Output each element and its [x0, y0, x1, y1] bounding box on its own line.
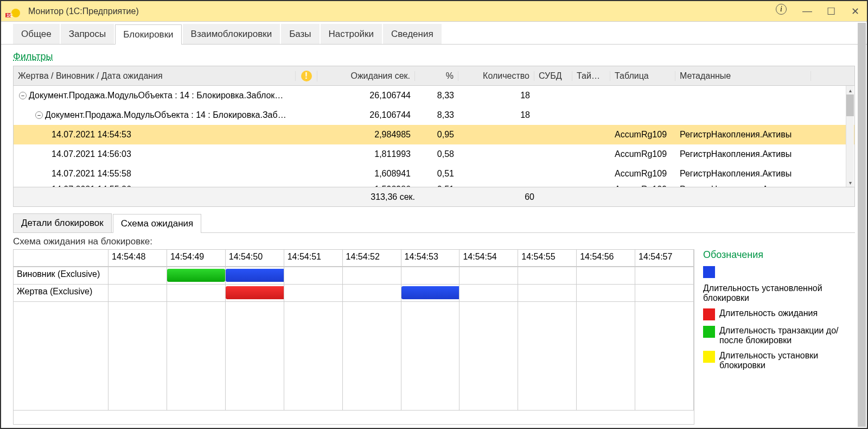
legend-label: Длительность транзакции до/после блокиро…	[719, 326, 855, 345]
table-footer: 313,36 сек. 60	[14, 187, 854, 206]
scroll-thumb[interactable]	[846, 94, 854, 116]
gantt-row: Жертва (Exclusive)	[14, 285, 694, 302]
minimize-button[interactable]: —	[800, 4, 815, 19]
table-row[interactable]: 14.07.2021 14:56:031,8119930,58AccumRg10…	[14, 144, 854, 164]
tab-базы[interactable]: Базы	[281, 24, 319, 44]
detail-tabbar: Детали блокировокСхема ожидания	[13, 213, 855, 233]
table-row[interactable]: 14.07.2021 14:54:532,9849850,95AccumRg10…	[14, 125, 854, 144]
scroll-up-icon[interactable]: ▴	[846, 86, 854, 94]
tab-настройки[interactable]: Настройки	[321, 24, 382, 44]
tree-toggle-icon[interactable]: −	[19, 92, 27, 99]
table-row[interactable]: 14.07.2021 14:55:261,5929860,51AccumRg10…	[14, 184, 854, 187]
col-timeout[interactable]: Тайм…	[572, 71, 610, 81]
legend-label: Длительность установки блокировки	[719, 351, 855, 370]
detail-tab[interactable]: Схема ожидания	[113, 214, 202, 233]
col-percent[interactable]: %	[415, 71, 458, 81]
gantt-time-header: 14:54:57	[635, 250, 694, 267]
table-header: Жертва / Виновник / Дата ожидания ! Ожид…	[14, 66, 854, 86]
gantt-bar-green	[167, 269, 225, 282]
gantt-time-header: 14:54:50	[226, 250, 284, 267]
col-warning-icon[interactable]: !	[296, 71, 317, 81]
close-button[interactable]: ✕	[847, 4, 863, 19]
col-dbms[interactable]: СУБД	[534, 71, 572, 81]
schema-title: Схема ожидания на блокировке:	[13, 236, 855, 247]
legend: Обозначения Длительность установленной б…	[703, 249, 855, 425]
tree-toggle-icon[interactable]: −	[35, 111, 43, 119]
gantt-time-header: 14:54:54	[459, 250, 518, 267]
legend-swatch	[703, 351, 715, 363]
gantt-bar-blue	[226, 269, 284, 282]
legend-title: Обозначения	[703, 249, 855, 261]
footer-wait-sec: 313,36 сек.	[317, 192, 415, 202]
wait-schema-gantt: 14:54:4814:54:4914:54:5014:54:5114:54:52…	[13, 249, 694, 425]
gantt-bar-blue	[401, 286, 460, 299]
gantt-time-header: 14:54:56	[577, 250, 635, 267]
gantt-time-header: 14:54:52	[343, 250, 401, 267]
gantt-row: Виновник (Exclusive)	[14, 267, 694, 285]
gantt-time-header: 14:54:53	[401, 250, 460, 267]
scroll-down-icon[interactable]: ▾	[846, 178, 854, 187]
legend-swatch	[703, 308, 715, 320]
window-title: Монитор (1С:Предприятие)	[28, 7, 776, 16]
col-count[interactable]: Количество	[458, 71, 534, 81]
table-row[interactable]: 14.07.2021 14:55:581,6089410,51AccumRg10…	[14, 164, 854, 184]
page-scrollbar[interactable]	[858, 23, 866, 427]
col-victim[interactable]: Жертва / Виновник / Дата ожидания	[14, 71, 296, 81]
table-scrollbar[interactable]: ▴ ▾	[846, 86, 854, 187]
gantt-time-header: 14:54:49	[167, 250, 226, 267]
tab-сведения[interactable]: Сведения	[383, 24, 442, 44]
gantt-row-label: Жертва (Exclusive)	[14, 285, 108, 302]
svg-text:1С: 1С	[7, 12, 13, 17]
info-icon[interactable]: i	[776, 4, 787, 15]
table-row[interactable]: −Документ.Продажа.МодульОбъекта : 14 : Б…	[14, 86, 854, 105]
tab-общее[interactable]: Общее	[13, 24, 60, 44]
gantt-row-label: Виновник (Exclusive)	[14, 267, 108, 285]
gantt-time-header: 14:54:51	[284, 250, 343, 267]
col-metadata[interactable]: Метаданные	[675, 71, 811, 81]
gantt-bar-red	[226, 286, 284, 299]
legend-swatch	[703, 266, 715, 278]
titlebar: 1С Монитор (1С:Предприятие) i — ☐ ✕	[1, 1, 867, 22]
legend-label: Длительность установленной блокировки	[703, 283, 855, 303]
col-wait-sec[interactable]: Ожидания сек.	[317, 71, 415, 81]
gantt-time-header: 14:54:48	[108, 250, 167, 267]
app-logo-icon: 1С	[5, 5, 23, 18]
detail-tab[interactable]: Детали блокировок	[13, 213, 112, 232]
maximize-button[interactable]: ☐	[824, 4, 839, 19]
tab-запросы[interactable]: Запросы	[61, 24, 114, 44]
table-row[interactable]: −Документ.Продажа.МодульОбъекта : 14 : Б…	[14, 105, 854, 125]
filters-link[interactable]: Фильтры	[13, 51, 855, 62]
locks-table: Жертва / Виновник / Дата ожидания ! Ожид…	[13, 66, 855, 207]
col-table[interactable]: Таблица	[610, 71, 675, 81]
gantt-time-header: 14:54:55	[518, 250, 577, 267]
main-tabbar: ОбщееЗапросыБлокировкиВзаимоблокировкиБа…	[1, 24, 867, 45]
footer-count: 60	[458, 192, 534, 202]
tab-взаимоблокировки[interactable]: Взаимоблокировки	[183, 24, 280, 44]
legend-swatch	[703, 326, 715, 338]
tab-блокировки[interactable]: Блокировки	[115, 24, 181, 45]
legend-label: Длительность ожидания	[719, 308, 818, 318]
